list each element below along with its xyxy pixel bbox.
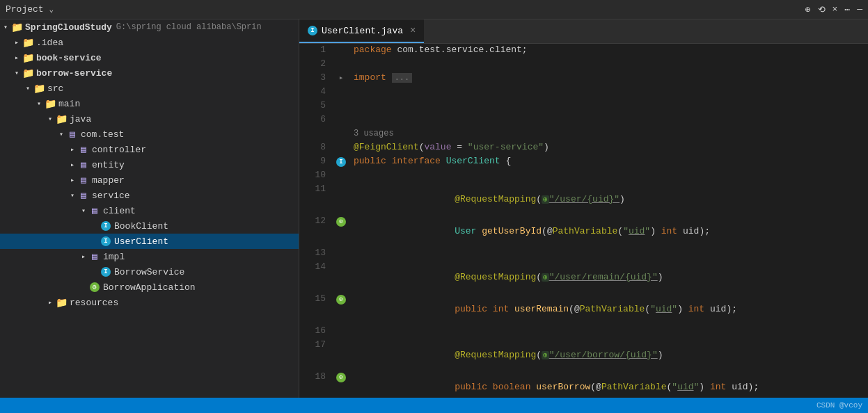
gutter-13 [334, 247, 348, 261]
line-num-1: 1 [299, 44, 334, 58]
line-content-4 [348, 86, 868, 99]
folder-icon-src: 📁 [33, 83, 45, 95]
tree-item-impl[interactable]: ▸ ▤ impl [0, 249, 299, 264]
line-num-4: 4 [299, 86, 334, 99]
label-borrow-service: borrow-service [36, 68, 112, 79]
arrow-main: ▾ [33, 99, 45, 108]
tab-userclient[interactable]: I UserClient.java × [299, 19, 424, 43]
interface-gutter-icon: I [336, 157, 346, 167]
path-springcloudstudy: G:\spring cloud alibaba\Sprin [116, 22, 262, 32]
label-borrowapplication: BorrowApplication [103, 282, 196, 293]
gutter-8 [334, 141, 348, 155]
line-content-9: public interface UserClient { [348, 155, 868, 169]
label-springcloudstudy: SpringCloudStudy [25, 22, 112, 33]
label-java: java [70, 114, 91, 124]
folder-icon-root: 📁 [11, 22, 22, 33]
tree-item-main[interactable]: ▾ 📁 main [0, 96, 299, 111]
arrow-entity: ▸ [67, 161, 78, 169]
label-entity: entity [92, 160, 125, 170]
tree-item-src[interactable]: ▾ 📁 src [0, 81, 299, 96]
tree-item-userclient[interactable]: I UserClient [0, 234, 299, 249]
line-content-2 [348, 58, 868, 72]
folder-icon-main: 📁 [45, 98, 56, 110]
tree-item-controller[interactable]: ▸ ▤ controller [0, 142, 299, 157]
line-content-17: @RequestMapping(⊕"/user/borrow/{uid}") [348, 339, 868, 371]
line-content-10 [348, 169, 868, 183]
editor-area: I UserClient.java × 1 package com.test.s… [299, 19, 868, 398]
line-num-3: 3 [299, 72, 334, 86]
tree-item-client[interactable]: ▾ ▤ client [0, 203, 299, 218]
package-icon-service: ▤ [78, 190, 89, 201]
arrow-idea: ▸ [11, 38, 22, 47]
usage-hint: 3 usages [348, 127, 868, 141]
project-chevron[interactable]: ⌄ [49, 5, 54, 14]
tree-item-resources[interactable]: ▸ 📁 resources [0, 295, 299, 310]
tab-label-userclient: UserClient.java [322, 26, 403, 36]
tree-item-com-test[interactable]: ▾ ▤ com.test [0, 127, 299, 142]
tree-item-entity[interactable]: ▸ ▤ entity [0, 157, 299, 172]
minimize-icon[interactable]: — [857, 4, 862, 15]
arrow-book-service: ▸ [11, 54, 22, 62]
refresh-icon[interactable]: ⟲ [818, 4, 826, 15]
tree-item-borrowservice[interactable]: I BorrowService [0, 264, 299, 280]
line-num-11: 11 [299, 183, 334, 215]
line-num-13: 13 [299, 247, 334, 261]
code-line-3: 3 ▸ import ... [299, 72, 868, 86]
line-content-3: import ... [348, 72, 868, 86]
label-userclient: UserClient [114, 236, 168, 247]
method-gutter-icon-12: ⚙ [336, 217, 346, 227]
arrow-controller: ▸ [67, 145, 78, 154]
line-content-18: public boolean userBorrow(@PathVariable(… [348, 371, 868, 398]
code-line-6: 6 [299, 113, 868, 127]
tree-item-borrow-service[interactable]: ▾ 📁 borrow-service [0, 65, 299, 81]
tab-icon-userclient: I [308, 26, 317, 35]
add-icon[interactable]: ⊕ [805, 4, 811, 15]
code-line-14: 14 @RequestMapping(⊕"/user/remain/{uid}"… [299, 261, 868, 293]
label-src: src [47, 83, 63, 94]
file-tree: ▾ 📁 SpringCloudStudy G:\spring cloud ali… [0, 19, 299, 398]
tree-item-java[interactable]: ▾ 📁 java [0, 111, 299, 127]
arrow-java: ▾ [45, 115, 56, 123]
tree-item-springcloudstudy[interactable]: ▾ 📁 SpringCloudStudy G:\spring cloud ali… [0, 19, 299, 35]
gutter-18: ⚙ [334, 371, 348, 398]
arrow-resources: ▸ [45, 298, 56, 307]
code-line-11: 11 @RequestMapping(⊕"/user/{uid}") [299, 183, 868, 215]
tree-item-book-service[interactable]: ▸ 📁 book-service [0, 50, 299, 65]
tree-item-service[interactable]: ▾ ▤ service [0, 188, 299, 203]
line-num-8: 8 [299, 141, 334, 155]
more-icon[interactable]: ⋯ [844, 4, 850, 15]
tree-item-mapper[interactable]: ▸ ▤ mapper [0, 172, 299, 188]
code-editor[interactable]: 1 package com.test.service.client; 2 3 [299, 44, 868, 398]
code-line-1: 1 package com.test.service.client; [299, 44, 868, 58]
package-icon-entity: ▤ [78, 159, 89, 170]
tree-item-borrowapplication[interactable]: ⚙ BorrowApplication [0, 280, 299, 295]
label-borrowservice: BorrowService [114, 267, 184, 277]
gutter-3: ▸ [334, 72, 348, 86]
package-icon-impl: ▤ [89, 251, 100, 262]
tree-item-bookclient[interactable]: I BookClient [0, 218, 299, 234]
arrow-client: ▾ [78, 206, 89, 215]
import-expand-icon[interactable]: ▸ [339, 74, 344, 82]
gutter-4 [334, 86, 348, 99]
line-num-5: 5 [299, 99, 334, 113]
line-content-1: package com.test.service.client; [348, 44, 868, 58]
tab-close-userclient[interactable]: × [410, 25, 416, 36]
package-icon-client: ▤ [89, 205, 100, 216]
code-line-12: 12 ⚙ User getUserById(@PathVariable("uid… [299, 215, 868, 247]
code-line-16: 16 [299, 325, 868, 339]
gutter-12: ⚙ [334, 215, 348, 247]
tree-item-idea[interactable]: ▸ 📁 .idea [0, 35, 299, 50]
line-num-2: 2 [299, 58, 334, 72]
line-content-13 [348, 247, 868, 261]
close-icon[interactable]: × [833, 4, 838, 15]
gutter-10 [334, 169, 348, 183]
project-label[interactable]: Project [6, 4, 44, 15]
code-line-9: 9 I public interface UserClient { [299, 155, 868, 169]
label-service: service [92, 191, 130, 201]
label-mapper: mapper [92, 175, 125, 186]
folder-icon-java: 📁 [56, 113, 67, 125]
gutter-14 [334, 261, 348, 293]
line-content-8: @FeignClient(value = "user-service") [348, 141, 868, 155]
folder-icon-book-service: 📁 [22, 52, 33, 64]
gutter-11 [334, 183, 348, 215]
